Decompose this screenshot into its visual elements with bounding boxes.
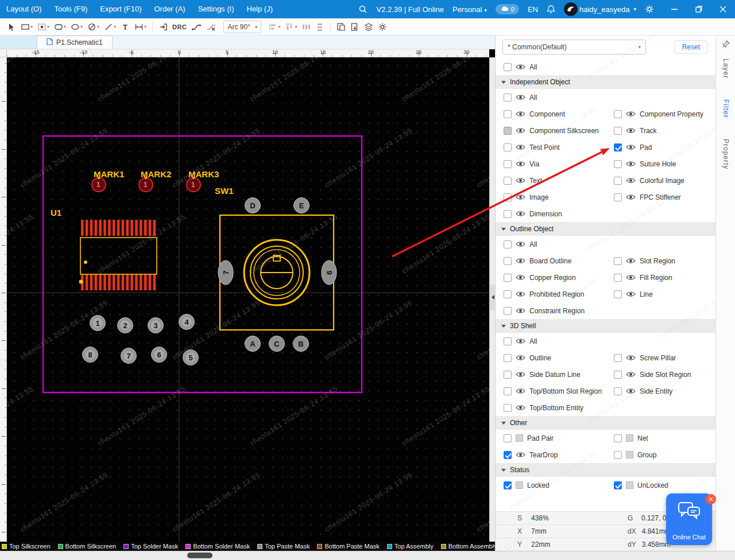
minimize-button[interactable] xyxy=(663,0,687,18)
online-chat-widget[interactable]: Online Chat xyxy=(666,493,712,545)
component-sw1[interactable]: SW1DE76ACB xyxy=(215,186,336,352)
eye-icon-dimension[interactable] xyxy=(516,211,525,217)
checkbox-slot-region[interactable] xyxy=(614,257,622,265)
checkbox-teardrop[interactable] xyxy=(504,451,512,459)
eye-icon-teardrop[interactable] xyxy=(516,452,525,458)
eye-icon-track[interactable] xyxy=(626,127,636,134)
canvas-vertical-scrollbar[interactable] xyxy=(489,57,495,542)
checkbox-test-point[interactable] xyxy=(504,143,512,151)
eye-icon-prohibited-region[interactable] xyxy=(516,291,525,297)
eye-icon-constraint-region[interactable] xyxy=(516,308,525,314)
eye-icon-component-silkscreen[interactable] xyxy=(516,127,525,134)
eye-icon-text[interactable] xyxy=(516,177,525,184)
section-outline-object[interactable]: Outline Object xyxy=(496,222,715,236)
checkbox-group[interactable] xyxy=(614,451,622,459)
disabled-eye-box-net[interactable] xyxy=(626,434,633,442)
eye-icon-fpc-stiffener[interactable] xyxy=(626,194,636,200)
section-status[interactable]: Status xyxy=(496,463,715,477)
eye-icon-top-bottom-slot-region[interactable] xyxy=(516,388,525,394)
eye-icon-all[interactable] xyxy=(516,94,525,100)
checkbox-copper-region[interactable] xyxy=(504,274,512,282)
text-tool[interactable]: T xyxy=(119,21,131,33)
canvas-settings-tool[interactable] xyxy=(376,21,389,33)
reset-button[interactable]: Reset xyxy=(675,40,707,54)
eye-icon-copper-region[interactable] xyxy=(516,274,525,281)
panel-tab-property[interactable]: Property xyxy=(722,139,730,169)
fiducial-marks[interactable]: MARK1MARK2MARK3111 xyxy=(92,169,219,192)
eye-icon-fill-region[interactable] xyxy=(626,274,636,281)
menu-layout-o[interactable]: Layout (O) xyxy=(0,0,48,18)
import-tool[interactable] xyxy=(157,21,169,33)
eye-icon-all[interactable] xyxy=(516,64,525,70)
checkbox-unlocked[interactable] xyxy=(614,481,622,489)
layer-chip-top-silkscreen[interactable]: Top Silkscreen xyxy=(2,543,51,550)
checkbox-prohibited-region[interactable] xyxy=(504,290,512,298)
eye-icon-slot-region[interactable] xyxy=(626,258,636,264)
eye-icon-component[interactable] xyxy=(516,111,525,117)
checkbox-image[interactable] xyxy=(504,193,512,201)
rounded-rect-tool[interactable]: ▾ xyxy=(52,21,68,33)
layer-chip-top-solder-mask[interactable]: Top Solder Mask xyxy=(123,543,178,550)
drc-button[interactable]: DRC xyxy=(171,22,188,32)
eye-icon-component-property[interactable] xyxy=(626,111,636,117)
section-3d-shell[interactable]: 3D Shell xyxy=(496,319,715,333)
canvas-horizontal-scrollbar[interactable] xyxy=(0,551,735,560)
distribute-vertical-tool[interactable] xyxy=(314,21,326,33)
disabled-eye-box-locked[interactable] xyxy=(516,481,523,489)
component-u1[interactable]: U1 xyxy=(51,208,157,290)
checkbox-top-bottom-entity[interactable] xyxy=(504,404,512,412)
checkbox-side-entity[interactable] xyxy=(614,387,622,395)
layer-chip-top-paste-mask[interactable]: Top Paste Mask xyxy=(257,543,310,550)
eye-icon-side-slot-region[interactable] xyxy=(626,371,636,378)
checkbox-side-datum-line[interactable] xyxy=(504,371,512,379)
search-icon[interactable] xyxy=(358,5,368,14)
checkbox-board-outline[interactable] xyxy=(504,257,512,265)
checkbox-component[interactable] xyxy=(504,110,512,118)
close-button[interactable] xyxy=(711,0,735,18)
tab-schematic1[interactable]: P1.Schematic1 xyxy=(37,36,113,49)
checkbox-track[interactable] xyxy=(614,127,622,135)
disabled-eye-box-pad-pair[interactable] xyxy=(516,434,523,442)
ellipse-tool[interactable]: ▾ xyxy=(69,21,84,33)
checkbox-all[interactable] xyxy=(504,337,512,345)
rect-tool[interactable]: ▾ xyxy=(19,21,34,33)
layer-manager-tool[interactable] xyxy=(362,21,375,33)
export-document-tool[interactable] xyxy=(349,21,361,33)
eye-icon-colorful-image[interactable] xyxy=(626,177,636,184)
eye-icon-side-datum-line[interactable] xyxy=(516,371,525,378)
eye-icon-top-bottom-entity[interactable] xyxy=(516,405,525,411)
remove-route-tool[interactable] xyxy=(204,21,218,33)
checkbox-all[interactable] xyxy=(504,240,512,248)
menu-help-j[interactable]: Help (J) xyxy=(241,0,280,18)
checkbox-component-silkscreen[interactable] xyxy=(504,127,512,135)
layer-chip-bottom-paste-mask[interactable]: Bottom Paste Mask xyxy=(317,543,379,550)
distribute-horizontal-tool[interactable] xyxy=(300,21,312,33)
checkbox-locked[interactable] xyxy=(504,481,512,489)
pcb-drawing[interactable]: MARK1MARK2MARK3111U1SW1DE76ACB12348765 xyxy=(7,57,489,542)
checkbox-screw-pillar[interactable] xyxy=(614,354,622,362)
pin-icon[interactable] xyxy=(722,40,730,50)
chat-close-icon[interactable]: ✕ xyxy=(706,494,716,504)
disabled-eye-box-unlocked[interactable] xyxy=(626,481,633,489)
cloud-sync-badge[interactable]: 0 xyxy=(496,4,519,14)
checkbox-fill-region[interactable] xyxy=(614,274,622,282)
eye-icon-image[interactable] xyxy=(516,194,525,200)
circle-keepout-tool[interactable]: ▾ xyxy=(86,21,101,33)
connector-pads[interactable]: 12348765 xyxy=(83,314,199,365)
checkbox-net[interactable] xyxy=(614,434,622,442)
restore-button[interactable] xyxy=(687,0,711,18)
checkbox-all[interactable] xyxy=(504,63,512,71)
line-tool[interactable]: ▾ xyxy=(102,21,118,33)
checkbox-component-property[interactable] xyxy=(614,110,622,118)
section-other[interactable]: Other xyxy=(496,416,715,430)
menu-settings-i[interactable]: Settings (I) xyxy=(192,0,241,18)
route-tool[interactable] xyxy=(189,21,203,33)
eye-icon-all[interactable] xyxy=(516,241,525,247)
select-tool[interactable] xyxy=(5,21,18,33)
checkbox-all[interactable] xyxy=(504,94,512,102)
bell-icon[interactable] xyxy=(547,5,555,14)
settings-gear-icon[interactable] xyxy=(645,5,654,14)
align-top-tool[interactable]: ▾ xyxy=(283,21,299,33)
eye-icon-line[interactable] xyxy=(626,291,636,297)
eye-icon-via[interactable] xyxy=(516,161,525,167)
